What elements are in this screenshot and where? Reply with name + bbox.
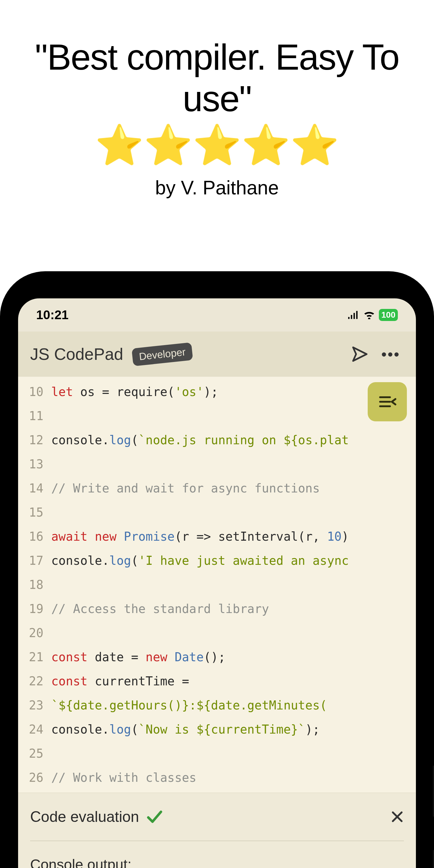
code-content [51,741,59,766]
code-line[interactable]: 21const date = new Date(); [18,645,416,669]
app-title: JS CodePad [30,344,123,364]
code-content: console.log(`Now is ${currentTime}`); [51,717,320,741]
line-number: 12 [18,428,51,452]
code-content: await new Promise(r => setInterval(r, 10… [51,524,349,549]
code-line[interactable]: 10let os = require('os'); [18,380,416,404]
line-number: 23 [18,693,51,717]
code-content [51,621,59,645]
line-number: 17 [18,549,51,572]
code-content: let os = require('os'); [51,380,218,404]
line-number: 21 [18,645,51,669]
line-number: 26 [18,766,51,789]
code-editor[interactable]: 10let os = require('os');11 12console.lo… [18,377,416,793]
code-content: `${date.getHours()}:${date.getMinutes( [51,693,327,717]
wifi-icon [363,308,375,322]
line-number: 18 [18,572,51,597]
phone-side-button [433,850,434,868]
code-content [51,404,59,428]
code-content: // Write and wait for async functions [51,476,320,500]
battery-badge: 100 [379,309,398,321]
line-number: 25 [18,741,51,766]
code-content: // Work with classes [51,766,196,789]
code-content: const currentTime = [51,669,189,693]
code-line[interactable]: 19// Access the standard library [18,597,416,621]
code-line[interactable]: 11 [18,404,416,428]
status-time: 10:21 [36,308,68,322]
phone-frame: 10:21 100 JS CodePad Developer ••• [0,271,434,868]
line-number: 20 [18,621,51,645]
console-output-label: Console output: [30,856,404,868]
code-content: console.log('I have just awaited an asyn… [51,549,349,572]
line-number: 13 [18,452,51,476]
code-content [51,572,59,597]
code-line[interactable]: 12console.log(`node.js running on ${os.p… [18,428,416,452]
status-right: 100 [347,308,398,322]
code-content: // Access the standard library [51,597,269,621]
line-number: 24 [18,717,51,741]
line-number: 11 [18,404,51,428]
code-line[interactable]: 22const currentTime = [18,669,416,693]
code-line[interactable]: 15 [18,500,416,524]
divider [30,841,404,841]
line-number: 14 [18,476,51,500]
check-icon [146,808,163,825]
phone-screen: 10:21 100 JS CodePad Developer ••• [18,299,416,868]
code-content [51,500,59,524]
line-number: 10 [18,380,51,404]
more-button[interactable]: ••• [378,346,404,363]
collapse-button[interactable] [368,382,407,421]
code-content: const date = new Date(); [51,645,225,669]
code-line[interactable]: 24console.log(`Now is ${currentTime}`); [18,717,416,741]
code-line[interactable]: 18 [18,572,416,597]
code-content: console.log(`node.js running on ${os.pla… [51,428,349,452]
evaluation-title: Code evaluation [30,808,139,826]
rating-stars: ⭐⭐⭐⭐⭐ [0,125,434,164]
evaluation-panel: Code evaluation Console output: [18,793,416,868]
close-button[interactable] [391,810,404,824]
run-button[interactable] [351,345,369,363]
phone-side-button [433,766,434,817]
line-number: 16 [18,524,51,549]
code-line[interactable]: 25 [18,741,416,766]
line-number: 15 [18,500,51,524]
line-number: 22 [18,669,51,693]
status-bar: 10:21 100 [18,299,416,332]
line-number: 19 [18,597,51,621]
quote-byline: by V. Paithane [0,177,434,199]
app-header: JS CodePad Developer ••• [18,332,416,377]
quote-section: "Best compiler. Easy To use" ⭐⭐⭐⭐⭐ by V.… [0,0,434,199]
quote-text: "Best compiler. Easy To use" [0,36,434,119]
code-line[interactable]: 26// Work with classes [18,766,416,789]
code-line[interactable]: 16await new Promise(r => setInterval(r, … [18,524,416,549]
code-line[interactable]: 14// Write and wait for async functions [18,476,416,500]
code-line[interactable]: 13 [18,452,416,476]
code-content [51,452,59,476]
code-line[interactable]: 17console.log('I have just awaited an as… [18,549,416,572]
developer-badge: Developer [131,342,193,366]
signal-icon [347,308,360,322]
code-line[interactable]: 23 `${date.getHours()}:${date.getMinutes… [18,693,416,717]
code-line[interactable]: 20 [18,621,416,645]
